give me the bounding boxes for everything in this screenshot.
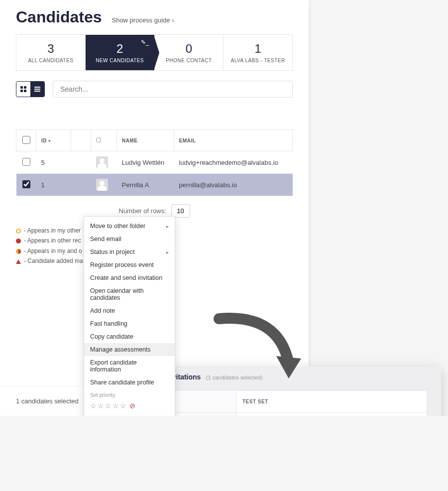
menu-create-send-invitation[interactable]: Create and send invitation [84, 271, 175, 284]
select-all-column[interactable] [16, 130, 36, 151]
list-view-icon[interactable] [30, 82, 44, 97]
menu-export-candidate-info[interactable]: Export candidate information [84, 356, 175, 376]
toolbar [0, 81, 309, 110]
star-icon[interactable]: ☆ [112, 402, 119, 410]
avatar-icon [96, 156, 108, 168]
cancel-icon[interactable]: ⊘ [129, 402, 135, 410]
stage-label: PHONE CONTACT [159, 58, 220, 63]
row-name: Ludvig Wettlén [117, 151, 174, 174]
pencil-icon[interactable]: ✎_ [141, 39, 149, 46]
email-column-header[interactable]: EMAIL [174, 130, 292, 151]
menu-share-candidate-profile[interactable]: Share candidate profile [84, 376, 175, 389]
svg-rect-5 [34, 89, 40, 90]
row-checkbox[interactable] [22, 158, 30, 166]
candidates-table-wrap: ID NAME EMAIL 5 Ludvig Wettlén ludvig+re… [0, 129, 309, 196]
stage-label: ALL CANDIDATES [20, 58, 81, 63]
name-column-header[interactable]: NAME [117, 130, 174, 151]
table-row[interactable]: 5 Ludvig Wettlén ludvig+reachmedemo@alva… [16, 151, 293, 174]
status-circle-icon [96, 137, 101, 142]
chevron-right-icon [166, 248, 169, 255]
menu-fast-handling[interactable]: Fast handling [84, 317, 175, 330]
menu-register-process-event[interactable]: Register process event [84, 258, 175, 271]
priority-stars: ☆ ☆ ☆ ☆ ☆ ⊘ [84, 401, 175, 413]
row-email: ludvig+reachmedemo@alvalabs.io [174, 151, 292, 174]
menu-send-email[interactable]: Send email [84, 233, 175, 246]
view-toggle-group [16, 81, 45, 97]
avatar-icon [96, 179, 108, 191]
candidates-table: ID NAME EMAIL 5 Ludvig Wettlén ludvig+re… [16, 129, 293, 196]
svg-rect-0 [20, 86, 23, 89]
search-input[interactable] [53, 81, 293, 98]
arrow-annotation-icon [209, 309, 309, 390]
chevron-right-icon [166, 223, 169, 230]
menu-status-in-project[interactable]: Status in project [84, 246, 175, 258]
page-title: Candidates [16, 8, 102, 26]
show-process-guide-link[interactable]: Show process guide [112, 16, 174, 24]
grid-view-icon[interactable] [16, 82, 30, 97]
menu-open-calendar[interactable]: Open calendar with candidates [84, 284, 175, 304]
star-icon[interactable]: ☆ [90, 402, 97, 410]
svg-rect-1 [24, 86, 26, 89]
test-set-header: TEST SET [236, 391, 427, 413]
pipeline-stages: 3 ALL CANDIDATES ✎_ 2 NEW CANDIDATES 0 P… [0, 34, 309, 81]
actions-menu: Move to other folder Send email Status i… [84, 216, 175, 416]
stage-label: ALVA LABS - TESTER [227, 58, 288, 63]
row-name: Pernilla A [117, 174, 174, 196]
stage-all-candidates[interactable]: 3 ALL CANDIDATES [16, 34, 86, 71]
row-email: pernilla@alvalabs.io [174, 174, 292, 196]
test-row-name: Creative - Medium complexity [236, 413, 427, 416]
stage-new-candidates[interactable]: ✎_ 2 NEW CANDIDATES [86, 34, 155, 71]
stage-phone-contact[interactable]: 0 PHONE CONTACT [155, 34, 224, 71]
stage-count: 3 [20, 42, 81, 56]
menu-move-to-other-folder[interactable]: Move to other folder [84, 220, 175, 233]
stage-count: 0 [159, 42, 220, 56]
svg-rect-4 [34, 87, 40, 88]
page-header: Candidates Show process guide [0, 0, 309, 34]
star-icon[interactable]: ☆ [105, 402, 112, 410]
selection-count-label: 1 candidates selected [16, 397, 79, 405]
stage-label: NEW CANDIDATES [90, 58, 150, 63]
spacer-column-header [71, 130, 91, 151]
menu-manage-assessments[interactable]: Manage assessments [84, 343, 175, 356]
table-row[interactable]: 1 Pernilla A pernilla@alvalabs.io [16, 174, 293, 196]
row-id: 1 [36, 174, 71, 196]
star-icon[interactable]: ☆ [98, 402, 104, 410]
select-all-checkbox[interactable] [22, 136, 30, 144]
star-icon[interactable]: ☆ [120, 402, 126, 410]
menu-copy-candidate[interactable]: Copy candidate [84, 330, 175, 343]
rows-counter-label: Number of rows: [119, 207, 166, 215]
legend-dot-icon [16, 239, 21, 244]
legend-dot-icon [16, 249, 21, 254]
table-header-row: ID NAME EMAIL [16, 130, 293, 151]
svg-marker-7 [276, 356, 301, 378]
stage-count: 1 [227, 42, 288, 56]
status-column-header[interactable] [91, 130, 117, 151]
svg-rect-6 [34, 91, 40, 92]
svg-rect-2 [20, 90, 23, 92]
menu-priority-label: Set priority [84, 389, 175, 401]
id-column-header[interactable]: ID [36, 130, 71, 151]
legend-dot-icon [16, 229, 21, 234]
row-checkbox[interactable] [22, 180, 30, 188]
stage-alva-labs-tester[interactable]: 1 ALVA LABS - TESTER [224, 34, 293, 71]
menu-delete[interactable]: Delete [84, 413, 175, 416]
rows-counter-input[interactable] [171, 204, 190, 218]
legend-warning-icon [16, 259, 21, 264]
row-id: 5 [36, 151, 71, 174]
svg-rect-3 [24, 90, 26, 92]
menu-add-note[interactable]: Add note [84, 304, 175, 317]
